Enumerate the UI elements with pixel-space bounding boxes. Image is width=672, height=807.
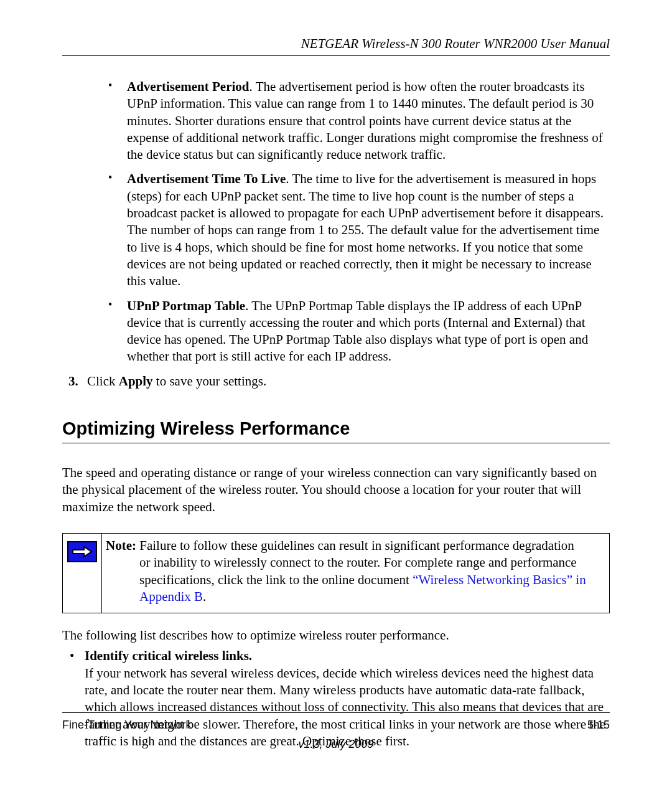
- arrow-right-icon: [67, 541, 97, 562]
- bullet-text: . The time to live for the advertisement…: [127, 171, 604, 288]
- bullet-label: UPnP Portmap Table: [127, 298, 245, 313]
- note-label: Note:: [106, 538, 136, 553]
- bullet-label: Advertisement Period: [127, 79, 250, 94]
- note-box: Note: Failure to follow these guidelines…: [62, 533, 610, 613]
- numbered-step: 3. Click Apply to save your settings.: [62, 373, 610, 390]
- footer-section-name: Fine-Tuning Your Network: [62, 719, 191, 732]
- page-footer: Fine-Tuning Your Network 5-15 v1.3, July…: [62, 712, 610, 751]
- bullet-label: Advertisement Time To Live: [127, 171, 286, 186]
- note-icon-cell: [63, 534, 102, 613]
- following-list-paragraph: The following list describes how to opti…: [62, 627, 610, 644]
- footer-rule: [62, 712, 610, 713]
- step-number: 3.: [68, 373, 78, 390]
- step-apply-label: Apply: [119, 374, 153, 389]
- step-text-pre: Click: [87, 374, 119, 389]
- bullet-title: Identify critical wireless links.: [85, 648, 252, 663]
- footer-version: v1.3, July 2009: [62, 738, 610, 751]
- bullet-upnp-portmap: UPnP Portmap Table. The UPnP Portmap Tab…: [108, 298, 610, 366]
- bullet-dot: •: [70, 648, 74, 664]
- step-text-post: to save your settings.: [153, 374, 267, 389]
- footer-page-number: 5-15: [587, 719, 610, 732]
- step-3: 3. Click Apply to save your settings.: [68, 373, 610, 390]
- intro-paragraph: The speed and operating distance or rang…: [62, 465, 610, 516]
- bullet-advertisement-ttl: Advertisement Time To Live. The time to …: [108, 171, 610, 290]
- bullet-advertisement-period: Advertisement Period. The advertisement …: [108, 78, 610, 163]
- note-tail: .: [203, 589, 206, 604]
- page-header-title: NETGEAR Wireless-N 300 Router WNR2000 Us…: [62, 36, 610, 52]
- section-heading: Optimizing Wireless Performance: [62, 418, 610, 443]
- header-rule: [62, 55, 610, 56]
- note-line1: Failure to follow these guidelines can r…: [136, 538, 574, 553]
- note-text: Note: Failure to follow these guidelines…: [102, 534, 609, 613]
- page: NETGEAR Wireless-N 300 Router WNR2000 Us…: [0, 0, 672, 807]
- upnp-sub-bullets: Advertisement Period. The advertisement …: [62, 78, 610, 366]
